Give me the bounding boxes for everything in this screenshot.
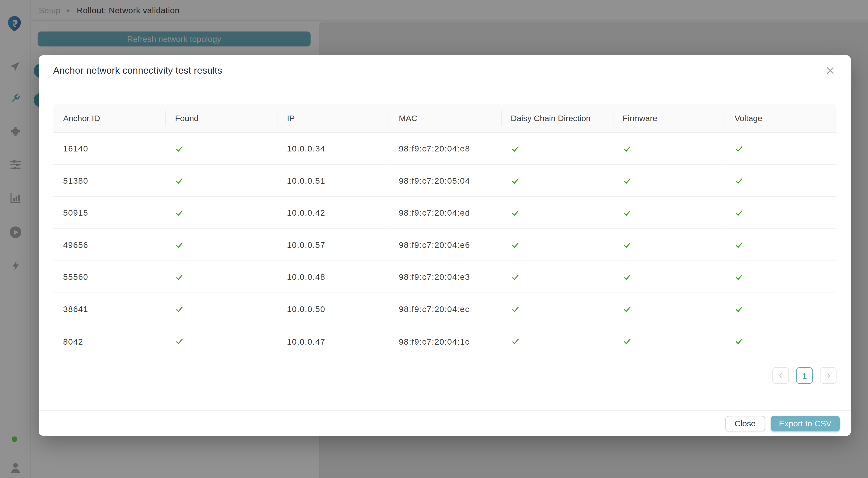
cell-daisy-chain (501, 261, 613, 293)
close-button[interactable]: Close (725, 416, 765, 431)
check-icon (175, 208, 184, 217)
cell-mac: 98:f9:c7:20:04:ec (389, 293, 501, 326)
cell-daisy-chain (501, 197, 613, 229)
check-icon (175, 305, 184, 313)
cell-ip: 10.0.0.57 (277, 229, 389, 261)
cell-found (165, 229, 277, 261)
cell-anchor-id: 51380 (53, 165, 165, 197)
cell-voltage (725, 293, 837, 326)
cell-firmware (613, 261, 725, 293)
column-header-found: Found (165, 104, 277, 133)
check-icon (623, 176, 631, 185)
check-icon (735, 305, 744, 313)
cell-mac: 98:f9:c7:20:04:ed (389, 197, 501, 229)
cell-daisy-chain (501, 229, 613, 261)
cell-anchor-id: 38641 (53, 293, 165, 326)
check-icon (511, 305, 520, 313)
cell-firmware (613, 197, 725, 229)
cell-voltage (725, 261, 837, 293)
column-header-ip: IP (277, 104, 389, 133)
cell-found (165, 261, 277, 293)
cell-voltage (725, 165, 837, 197)
check-icon (735, 176, 744, 185)
check-icon (735, 208, 744, 217)
cell-firmware (613, 133, 725, 165)
export-to-csv-button[interactable]: Export to CSV (771, 416, 840, 431)
check-icon (511, 208, 520, 217)
pagination-page-1[interactable]: 1 (796, 367, 813, 384)
results-table-body: 16140 10.0.0.34 98:f9:c7:20:04:e8 51380 (53, 133, 836, 357)
cell-found (165, 133, 277, 165)
check-icon (735, 272, 744, 281)
column-header-daisy-chain: Daisy Chain Direction (501, 104, 613, 133)
chevron-left-icon (776, 372, 785, 380)
check-icon (623, 144, 631, 153)
pagination: 1 (53, 367, 836, 384)
cell-anchor-id: 55560 (53, 261, 165, 293)
table-row: 38641 10.0.0.50 98:f9:c7:20:04:ec (53, 293, 836, 326)
pagination-next-button[interactable] (820, 367, 837, 384)
check-icon (623, 208, 631, 217)
check-icon (175, 176, 184, 185)
check-icon (511, 144, 520, 153)
cell-found (165, 165, 277, 197)
check-icon (175, 240, 184, 249)
table-row: 55560 10.0.0.48 98:f9:c7:20:04:e3 (53, 261, 836, 293)
cell-ip: 10.0.0.34 (277, 133, 389, 165)
cell-ip: 10.0.0.48 (277, 261, 389, 293)
check-icon (623, 305, 631, 313)
cell-anchor-id: 50915 (53, 197, 165, 229)
close-icon[interactable] (823, 64, 836, 77)
cell-found (165, 325, 277, 357)
anchor-test-results-modal: Anchor network connectivity test results… (39, 55, 851, 436)
cell-daisy-chain (501, 133, 613, 165)
cell-mac: 98:f9:c7:20:05:04 (389, 165, 501, 197)
check-icon (511, 337, 520, 345)
modal-header: Anchor network connectivity test results (39, 55, 851, 87)
check-icon (623, 337, 631, 345)
cell-daisy-chain (501, 325, 613, 357)
modal-body: Anchor ID Found IP MAC Daisy Chain Direc… (39, 87, 851, 384)
cell-found (165, 197, 277, 229)
cell-firmware (613, 293, 725, 326)
results-table: Anchor ID Found IP MAC Daisy Chain Direc… (53, 104, 836, 357)
check-icon (511, 176, 520, 185)
cell-mac: 98:f9:c7:20:04:e8 (389, 133, 501, 165)
column-header-anchor-id: Anchor ID (53, 104, 165, 133)
modal-title: Anchor network connectivity test results (53, 65, 823, 76)
check-icon (735, 240, 744, 249)
table-row: 16140 10.0.0.34 98:f9:c7:20:04:e8 (53, 133, 836, 165)
cell-mac: 98:f9:c7:20:04:1c (389, 325, 501, 357)
check-icon (623, 272, 631, 281)
cell-firmware (613, 325, 725, 357)
check-icon (175, 144, 184, 153)
check-icon (623, 240, 631, 249)
cell-ip: 10.0.0.47 (277, 325, 389, 357)
cell-firmware (613, 229, 725, 261)
table-header-row: Anchor ID Found IP MAC Daisy Chain Direc… (53, 104, 836, 133)
chevron-right-icon (824, 372, 833, 380)
cell-anchor-id: 49656 (53, 229, 165, 261)
column-header-firmware: Firmware (613, 104, 725, 133)
table-row: 51380 10.0.0.51 98:f9:c7:20:05:04 (53, 165, 836, 197)
check-icon (511, 272, 520, 281)
cell-mac: 98:f9:c7:20:04:e6 (389, 229, 501, 261)
modal-footer: Close Export to CSV (39, 410, 851, 436)
column-header-voltage: Voltage (725, 104, 837, 133)
pagination-prev-button[interactable] (772, 367, 789, 384)
app-viewport: Setup ▸ Rollout: Network validation Refr… (0, 0, 868, 478)
check-icon (511, 240, 520, 249)
cell-anchor-id: 16140 (53, 133, 165, 165)
check-icon (735, 337, 744, 345)
check-icon (175, 337, 184, 345)
cell-mac: 98:f9:c7:20:04:e3 (389, 261, 501, 293)
check-icon (735, 144, 744, 153)
cell-daisy-chain (501, 293, 613, 326)
cell-daisy-chain (501, 165, 613, 197)
table-row: 49656 10.0.0.57 98:f9:c7:20:04:e6 (53, 229, 836, 261)
cell-voltage (725, 325, 837, 357)
check-icon (175, 272, 184, 281)
cell-ip: 10.0.0.50 (277, 293, 389, 326)
cell-ip: 10.0.0.42 (277, 197, 389, 229)
cell-anchor-id: 8042 (53, 325, 165, 357)
